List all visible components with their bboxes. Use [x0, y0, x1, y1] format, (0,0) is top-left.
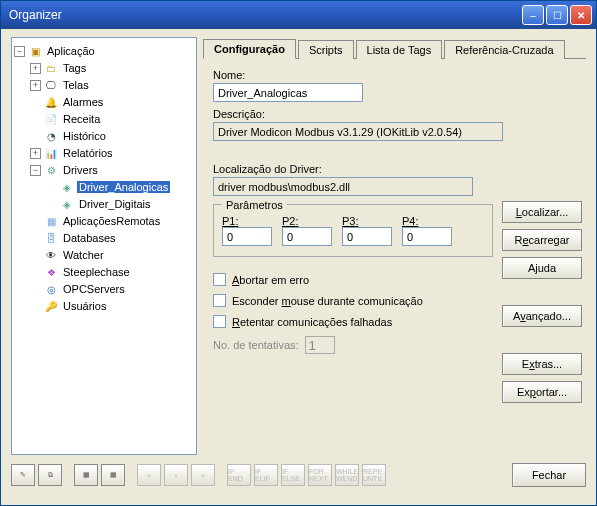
expand-icon[interactable]: + — [30, 80, 41, 91]
opc-icon: ◎ — [44, 282, 58, 296]
descricao-input — [213, 122, 503, 141]
parametros-legend: Parâmetros — [222, 199, 287, 211]
tree-usuarios[interactable]: 🔑Usuários — [30, 298, 194, 314]
nome-input[interactable] — [213, 83, 363, 102]
tool-dis1: × — [137, 464, 161, 486]
report-icon: 📊 — [44, 146, 58, 160]
tree-alarmes[interactable]: 🔔Alarmes — [30, 94, 194, 110]
app-icon: ▣ — [28, 44, 42, 58]
folder-icon: 🗀 — [44, 61, 58, 75]
checkbox-icon[interactable] — [213, 273, 226, 286]
tool-repeat-until: REPE UNTIL — [362, 464, 386, 486]
screen-icon: 🖵 — [44, 78, 58, 92]
tool-if-else: IF ELSE — [281, 464, 305, 486]
tree-watcher[interactable]: 👁Watcher — [30, 247, 194, 263]
collapse-icon[interactable]: − — [30, 165, 41, 176]
p2-label: P2: — [282, 215, 332, 227]
close-window-button[interactable]: ✕ — [570, 5, 592, 25]
maximize-button[interactable]: ☐ — [546, 5, 568, 25]
tab-referencia-cruzada[interactable]: Referência-Cruzada — [444, 40, 564, 59]
key-icon: 🔑 — [44, 299, 58, 313]
p3-label: P3: — [342, 215, 392, 227]
config-pane: Nome: Descrição: Localização do Driver: … — [203, 59, 586, 455]
expand-icon[interactable]: + — [30, 148, 41, 159]
watcher-icon: 👁 — [44, 248, 58, 262]
tool-if-end: IF END — [227, 464, 251, 486]
tree-driver-analogicas[interactable]: ◈Driver_Analogicas — [46, 179, 194, 195]
titlebar[interactable]: Organizer – ☐ ✕ — [1, 1, 596, 29]
localizar-button[interactable]: Localizar... — [502, 201, 582, 223]
drivers-icon: ⚙ — [44, 163, 58, 177]
tree-panel[interactable]: − ▣ Aplicação +🗀Tags +🖵Telas 🔔Alarmes 📄R… — [11, 37, 197, 455]
exportar-button[interactable]: Exportar... — [502, 381, 582, 403]
tool-dis3: × — [191, 464, 215, 486]
ajuda-button[interactable]: Ajuda — [502, 257, 582, 279]
tree-driver-digitais[interactable]: ◈Driver_Digitais — [46, 196, 194, 212]
tool-while-wend: WHILE WEND — [335, 464, 359, 486]
tool-copy[interactable]: ⧉ — [38, 464, 62, 486]
bottombar: ✎ ⧉ ▦ ▦ × × × IF END IF ELIF IF ELSE FOR… — [1, 459, 596, 495]
p4-label: P4: — [402, 215, 452, 227]
tool-if-elif: IF ELIF — [254, 464, 278, 486]
database-icon: 🗄 — [44, 231, 58, 245]
p3-input[interactable] — [342, 227, 392, 246]
nome-label: Nome: — [213, 69, 580, 81]
expand-icon[interactable]: + — [30, 63, 41, 74]
retries-input — [305, 336, 335, 354]
avancado-button[interactable]: Avançado... — [502, 305, 582, 327]
driver-icon: ◈ — [60, 180, 74, 194]
chk-abortar-label: Abortar em erro — [232, 274, 309, 286]
extras-button[interactable]: Extras... — [502, 353, 582, 375]
tree-opcservers[interactable]: ◎OPCServers — [30, 281, 194, 297]
checkbox-icon[interactable] — [213, 294, 226, 307]
tree-historico[interactable]: ◔Histórico — [30, 128, 194, 144]
chk-esconder-label: Esconder mouse durante comunicação — [232, 295, 423, 307]
minimize-button[interactable]: – — [522, 5, 544, 25]
recarregar-button[interactable]: Recarregar — [502, 229, 582, 251]
collapse-icon[interactable]: − — [14, 46, 25, 57]
tab-lista-tags[interactable]: Lista de Tags — [356, 40, 443, 59]
tree-relatorios[interactable]: +📊Relatórios — [30, 145, 194, 161]
tree-steeplechase[interactable]: ❖Steeplechase — [30, 264, 194, 280]
checkbox-icon[interactable] — [213, 315, 226, 328]
tool-grid1[interactable]: ▦ — [74, 464, 98, 486]
history-icon: ◔ — [44, 129, 58, 143]
tree-databases[interactable]: 🗄Databases — [30, 230, 194, 246]
driver-icon: ◈ — [60, 197, 74, 211]
tool-dis2: × — [164, 464, 188, 486]
tool-grid2[interactable]: ▦ — [101, 464, 125, 486]
tool-edit[interactable]: ✎ — [11, 464, 35, 486]
tab-scripts[interactable]: Scripts — [298, 40, 354, 59]
organizer-window: Organizer – ☐ ✕ − ▣ Aplicação +🗀Tags +🖵T… — [0, 0, 597, 506]
localizacao-label: Localização do Driver: — [213, 163, 493, 175]
parametros-fieldset: Parâmetros P1: P2: P3: P4: — [213, 204, 493, 257]
remote-app-icon: ▦ — [44, 214, 58, 228]
steeplechase-icon: ❖ — [44, 265, 58, 279]
window-title: Organizer — [9, 8, 522, 22]
tree-root-aplicacao[interactable]: − ▣ Aplicação — [14, 43, 194, 59]
chk-retentar-label: Retentar comunicações falhadas — [232, 316, 392, 328]
tool-for-next: FOR NEXT — [308, 464, 332, 486]
copy-icon: ⧉ — [48, 471, 53, 479]
right-panel: Configuração Scripts Lista de Tags Refer… — [203, 37, 586, 455]
p1-label: P1: — [222, 215, 272, 227]
tree-aplicacoes-remotas[interactable]: ▦AplicaçõesRemotas — [30, 213, 194, 229]
tree-tags[interactable]: +🗀Tags — [30, 60, 194, 76]
disabled-icon: × — [147, 472, 151, 479]
descricao-label: Descrição: — [213, 108, 580, 120]
tab-configuracao[interactable]: Configuração — [203, 39, 296, 59]
p1-input[interactable] — [222, 227, 272, 246]
tree-drivers[interactable]: −⚙Drivers — [30, 162, 194, 178]
p4-input[interactable] — [402, 227, 452, 246]
recipe-icon: 📄 — [44, 112, 58, 126]
pencil-icon: ✎ — [20, 471, 26, 479]
grid-icon: ▦ — [83, 471, 90, 479]
bell-icon: 🔔 — [44, 95, 58, 109]
tree-telas[interactable]: +🖵Telas — [30, 77, 194, 93]
tree-receita[interactable]: 📄Receita — [30, 111, 194, 127]
grid-x-icon: ▦ — [110, 471, 117, 479]
localizacao-input — [213, 177, 473, 196]
disabled-icon: × — [174, 472, 178, 479]
p2-input[interactable] — [282, 227, 332, 246]
fechar-button[interactable]: Fechar — [512, 463, 586, 487]
